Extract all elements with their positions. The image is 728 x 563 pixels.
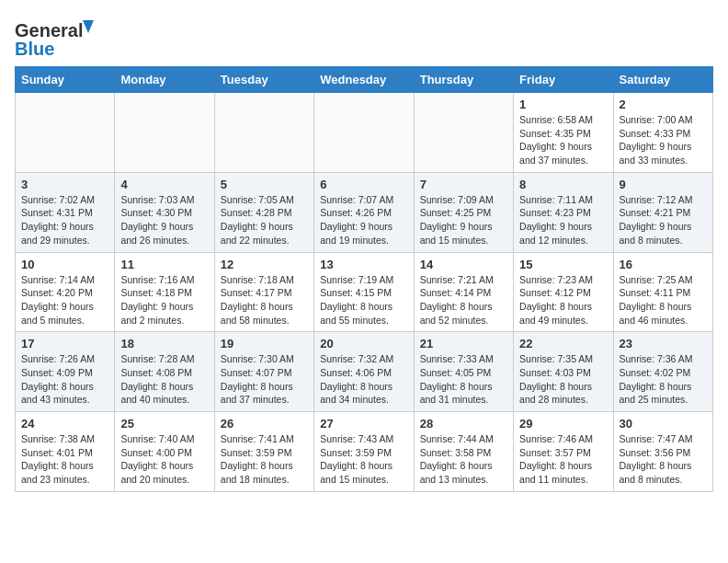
header-saturday: Saturday xyxy=(613,67,712,93)
cal-cell-r4-c0: 24Sunrise: 7:38 AM Sunset: 4:01 PM Dayli… xyxy=(16,412,115,492)
cal-cell-r0-c3 xyxy=(314,93,414,173)
calendar-row-1: 3Sunrise: 7:02 AM Sunset: 4:31 PM Daylig… xyxy=(16,172,713,252)
cell-info: Sunrise: 7:19 AM Sunset: 4:15 PM Dayligh… xyxy=(320,273,407,327)
cell-info: Sunrise: 7:00 AM Sunset: 4:33 PM Dayligh… xyxy=(620,113,707,167)
cell-info: Sunrise: 6:58 AM Sunset: 4:35 PM Dayligh… xyxy=(519,113,607,167)
day-number: 27 xyxy=(320,417,407,431)
cell-info: Sunrise: 7:03 AM Sunset: 4:30 PM Dayligh… xyxy=(120,193,208,247)
cell-info: Sunrise: 7:40 AM Sunset: 4:00 PM Dayligh… xyxy=(120,432,208,487)
cell-info: Sunrise: 7:46 AM Sunset: 3:57 PM Dayligh… xyxy=(519,432,607,487)
header-wednesday: Wednesday xyxy=(314,67,414,93)
cal-cell-r1-c4: 7Sunrise: 7:09 AM Sunset: 4:25 PM Daylig… xyxy=(414,172,513,252)
day-number: 2 xyxy=(620,98,707,111)
cell-info: Sunrise: 7:36 AM Sunset: 4:02 PM Dayligh… xyxy=(620,352,707,407)
cell-info: Sunrise: 7:47 AM Sunset: 3:56 PM Dayligh… xyxy=(620,432,707,487)
day-number: 29 xyxy=(519,417,607,431)
page-header: GeneralBlue xyxy=(15,15,713,59)
day-number: 18 xyxy=(120,337,208,350)
cell-info: Sunrise: 7:44 AM Sunset: 3:58 PM Dayligh… xyxy=(420,432,507,487)
cal-cell-r1-c3: 6Sunrise: 7:07 AM Sunset: 4:26 PM Daylig… xyxy=(314,172,414,252)
logo: GeneralBlue xyxy=(15,18,97,59)
cal-cell-r0-c2 xyxy=(214,93,313,173)
cell-info: Sunrise: 7:05 AM Sunset: 4:28 PM Dayligh… xyxy=(221,193,308,247)
calendar-table: SundayMondayTuesdayWednesdayThursdayFrid… xyxy=(15,66,713,492)
cell-info: Sunrise: 7:35 AM Sunset: 4:03 PM Dayligh… xyxy=(519,352,607,407)
cal-cell-r0-c0 xyxy=(16,93,115,173)
cal-cell-r1-c6: 9Sunrise: 7:12 AM Sunset: 4:21 PM Daylig… xyxy=(613,172,712,252)
day-number: 10 xyxy=(21,258,108,271)
day-number: 1 xyxy=(519,98,607,111)
cal-cell-r2-c5: 15Sunrise: 7:23 AM Sunset: 4:12 PM Dayli… xyxy=(514,252,613,332)
header-friday: Friday xyxy=(514,67,613,93)
day-number: 30 xyxy=(620,417,707,431)
cal-cell-r4-c6: 30Sunrise: 7:47 AM Sunset: 3:56 PM Dayli… xyxy=(613,412,712,492)
cal-cell-r2-c4: 14Sunrise: 7:21 AM Sunset: 4:14 PM Dayli… xyxy=(414,252,513,332)
day-number: 19 xyxy=(221,337,308,350)
day-number: 23 xyxy=(620,337,707,350)
cal-cell-r0-c1 xyxy=(115,93,214,173)
cal-cell-r3-c5: 22Sunrise: 7:35 AM Sunset: 4:03 PM Dayli… xyxy=(514,332,613,412)
cal-cell-r4-c5: 29Sunrise: 7:46 AM Sunset: 3:57 PM Dayli… xyxy=(514,412,613,492)
cal-cell-r4-c1: 25Sunrise: 7:40 AM Sunset: 4:00 PM Dayli… xyxy=(115,412,214,492)
cell-info: Sunrise: 7:41 AM Sunset: 3:59 PM Dayligh… xyxy=(221,432,308,487)
cal-cell-r3-c1: 18Sunrise: 7:28 AM Sunset: 4:08 PM Dayli… xyxy=(115,332,214,412)
cal-cell-r2-c6: 16Sunrise: 7:25 AM Sunset: 4:11 PM Dayli… xyxy=(613,252,712,332)
cell-info: Sunrise: 7:38 AM Sunset: 4:01 PM Dayligh… xyxy=(21,432,108,487)
calendar-row-0: 1Sunrise: 6:58 AM Sunset: 4:35 PM Daylig… xyxy=(16,93,713,173)
cell-info: Sunrise: 7:18 AM Sunset: 4:17 PM Dayligh… xyxy=(221,273,308,327)
cal-cell-r0-c6: 2Sunrise: 7:00 AM Sunset: 4:33 PM Daylig… xyxy=(613,93,712,173)
day-number: 24 xyxy=(21,417,108,431)
cal-cell-r3-c4: 21Sunrise: 7:33 AM Sunset: 4:05 PM Dayli… xyxy=(414,332,513,412)
header-monday: Monday xyxy=(115,67,214,93)
cell-info: Sunrise: 7:09 AM Sunset: 4:25 PM Dayligh… xyxy=(420,193,507,247)
cal-cell-r1-c0: 3Sunrise: 7:02 AM Sunset: 4:31 PM Daylig… xyxy=(16,172,115,252)
header-row: SundayMondayTuesdayWednesdayThursdayFrid… xyxy=(16,67,713,93)
cell-info: Sunrise: 7:12 AM Sunset: 4:21 PM Dayligh… xyxy=(620,193,707,247)
calendar-row-4: 24Sunrise: 7:38 AM Sunset: 4:01 PM Dayli… xyxy=(16,412,713,492)
day-number: 9 xyxy=(620,178,707,191)
day-number: 28 xyxy=(420,417,507,431)
cell-info: Sunrise: 7:07 AM Sunset: 4:26 PM Dayligh… xyxy=(320,193,407,247)
cell-info: Sunrise: 7:43 AM Sunset: 3:59 PM Dayligh… xyxy=(320,432,407,487)
cell-info: Sunrise: 7:28 AM Sunset: 4:08 PM Dayligh… xyxy=(120,352,208,407)
day-number: 11 xyxy=(120,258,208,271)
day-number: 4 xyxy=(120,178,208,191)
cal-cell-r1-c5: 8Sunrise: 7:11 AM Sunset: 4:23 PM Daylig… xyxy=(514,172,613,252)
cal-cell-r3-c6: 23Sunrise: 7:36 AM Sunset: 4:02 PM Dayli… xyxy=(613,332,712,412)
cell-info: Sunrise: 7:14 AM Sunset: 4:20 PM Dayligh… xyxy=(21,273,108,327)
day-number: 26 xyxy=(221,417,308,431)
cal-cell-r4-c3: 27Sunrise: 7:43 AM Sunset: 3:59 PM Dayli… xyxy=(314,412,414,492)
header-tuesday: Tuesday xyxy=(214,67,313,93)
cal-cell-r2-c0: 10Sunrise: 7:14 AM Sunset: 4:20 PM Dayli… xyxy=(16,252,115,332)
cell-info: Sunrise: 7:16 AM Sunset: 4:18 PM Dayligh… xyxy=(120,273,208,327)
header-thursday: Thursday xyxy=(414,67,513,93)
cell-info: Sunrise: 7:32 AM Sunset: 4:06 PM Dayligh… xyxy=(320,352,407,407)
calendar-row-3: 17Sunrise: 7:26 AM Sunset: 4:09 PM Dayli… xyxy=(16,332,713,412)
cal-cell-r2-c2: 12Sunrise: 7:18 AM Sunset: 4:17 PM Dayli… xyxy=(214,252,313,332)
day-number: 5 xyxy=(221,178,308,191)
svg-marker-2 xyxy=(83,20,94,33)
day-number: 20 xyxy=(320,337,407,350)
cell-info: Sunrise: 7:25 AM Sunset: 4:11 PM Dayligh… xyxy=(620,273,707,327)
logo-svg: GeneralBlue xyxy=(15,18,97,59)
cell-info: Sunrise: 7:02 AM Sunset: 4:31 PM Dayligh… xyxy=(21,193,108,247)
cal-cell-r3-c2: 19Sunrise: 7:30 AM Sunset: 4:07 PM Dayli… xyxy=(214,332,313,412)
cal-cell-r1-c2: 5Sunrise: 7:05 AM Sunset: 4:28 PM Daylig… xyxy=(214,172,313,252)
cal-cell-r0-c4 xyxy=(414,93,513,173)
cal-cell-r3-c3: 20Sunrise: 7:32 AM Sunset: 4:06 PM Dayli… xyxy=(314,332,414,412)
day-number: 25 xyxy=(120,417,208,431)
cell-info: Sunrise: 7:30 AM Sunset: 4:07 PM Dayligh… xyxy=(221,352,308,407)
cell-info: Sunrise: 7:21 AM Sunset: 4:14 PM Dayligh… xyxy=(420,273,507,327)
calendar-row-2: 10Sunrise: 7:14 AM Sunset: 4:20 PM Dayli… xyxy=(16,252,713,332)
day-number: 15 xyxy=(519,258,607,271)
cal-cell-r2-c1: 11Sunrise: 7:16 AM Sunset: 4:18 PM Dayli… xyxy=(115,252,214,332)
cell-info: Sunrise: 7:11 AM Sunset: 4:23 PM Dayligh… xyxy=(519,193,607,247)
cell-info: Sunrise: 7:33 AM Sunset: 4:05 PM Dayligh… xyxy=(420,352,507,407)
day-number: 3 xyxy=(21,178,108,191)
header-sunday: Sunday xyxy=(16,67,115,93)
cal-cell-r2-c3: 13Sunrise: 7:19 AM Sunset: 4:15 PM Dayli… xyxy=(314,252,414,332)
svg-text:General: General xyxy=(15,20,83,40)
cell-info: Sunrise: 7:23 AM Sunset: 4:12 PM Dayligh… xyxy=(519,273,607,327)
cal-cell-r1-c1: 4Sunrise: 7:03 AM Sunset: 4:30 PM Daylig… xyxy=(115,172,214,252)
cal-cell-r3-c0: 17Sunrise: 7:26 AM Sunset: 4:09 PM Dayli… xyxy=(16,332,115,412)
